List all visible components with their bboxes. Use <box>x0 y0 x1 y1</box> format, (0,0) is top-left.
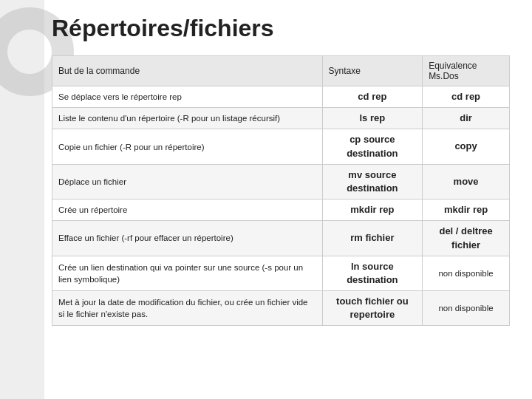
cell-equivalence: dir <box>423 108 510 129</box>
cell-equivalence: move <box>423 164 510 199</box>
table-row: Copie un fichier (-R pour un répertoire)… <box>52 129 510 164</box>
cell-purpose: Crée un répertoire <box>52 200 323 221</box>
cell-syntax: ls rep <box>322 108 423 129</box>
cell-syntax: rm fichier <box>322 221 423 256</box>
table-row: Se déplace vers le répertoire repcd repc… <box>52 86 510 108</box>
cell-purpose: Se déplace vers le répertoire rep <box>52 86 323 108</box>
table-row: Crée un répertoiremkdir repmkdir rep <box>52 200 510 221</box>
table-row: Met à jour la date de modification du fi… <box>52 291 510 326</box>
table-header-row: But de la commande Syntaxe Equivalence M… <box>52 56 510 86</box>
table-row: Efface un fichier (-rf pour effacer un r… <box>52 221 510 256</box>
cell-syntax: mv source destination <box>322 164 423 199</box>
cell-purpose: Déplace un fichier <box>52 164 323 199</box>
main-content: Répertoires/fichiers But de la commande … <box>0 0 532 341</box>
table-row: Déplace un fichiermv source destinationm… <box>52 164 510 199</box>
cell-equivalence: del / deltree fichier <box>423 221 510 256</box>
col-header-syntax: Syntaxe <box>322 56 423 86</box>
cell-syntax: cd rep <box>322 86 423 108</box>
table-row: Liste le contenu d'un répertoire (-R pou… <box>52 108 510 129</box>
col-header-purpose: But de la commande <box>52 56 323 86</box>
cell-syntax: ln source destination <box>322 256 423 290</box>
cell-equivalence: copy <box>423 129 510 164</box>
cell-equivalence: mkdir rep <box>423 200 510 221</box>
cell-purpose: Liste le contenu d'un répertoire (-R pou… <box>52 108 323 129</box>
cell-purpose: Efface un fichier (-rf pour effacer un r… <box>52 221 323 256</box>
cell-syntax: mkdir rep <box>322 200 423 221</box>
cell-equivalence: cd rep <box>423 86 510 108</box>
col-header-equivalence: Equivalence Ms.Dos <box>423 56 510 86</box>
cell-equivalence: non disponible <box>423 291 510 326</box>
cell-equivalence: non disponible <box>423 256 510 290</box>
cell-purpose: Copie un fichier (-R pour un répertoire) <box>52 129 323 164</box>
cell-purpose: Met à jour la date de modification du fi… <box>52 291 323 326</box>
table-row: Crée un lien destination qui va pointer … <box>52 256 510 290</box>
commands-table: But de la commande Syntaxe Equivalence M… <box>52 55 510 326</box>
cell-purpose: Crée un lien destination qui va pointer … <box>52 256 323 290</box>
page-title: Répertoires/fichiers <box>52 15 510 42</box>
cell-syntax: touch fichier ou repertoire <box>322 291 423 326</box>
cell-syntax: cp source destination <box>322 129 423 164</box>
